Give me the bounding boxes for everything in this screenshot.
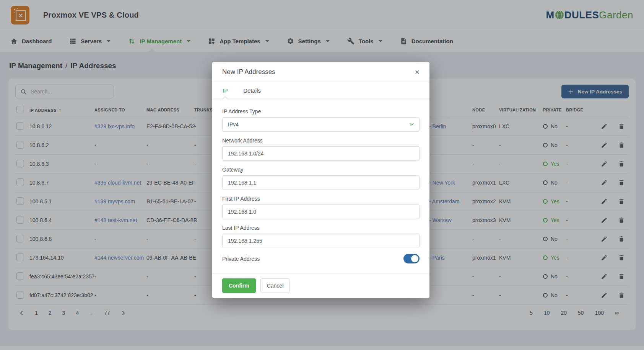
gateway-input[interactable] (222, 175, 420, 190)
ip-address-type-label: IP Address Type (222, 108, 420, 114)
modal-title: New IP Addresses (222, 68, 275, 76)
modal-tabs: IP Details (212, 82, 429, 99)
modal-footer: Confirm Cancel (212, 273, 429, 298)
network-address-input[interactable] (222, 146, 420, 161)
tab-details[interactable]: Details (243, 82, 261, 99)
network-address-label: Network Address (222, 137, 420, 144)
modal-body: IP Address Type IPv4 Network Address Gat… (212, 99, 429, 273)
last-ip-address-label: Last IP Address (222, 225, 420, 231)
chevron-down-icon (409, 121, 415, 127)
gateway-label: Gateway (222, 167, 420, 173)
new-ip-addresses-modal: New IP Addresses × IP Details IP Address… (212, 62, 429, 298)
first-ip-address-input[interactable] (222, 204, 420, 219)
modal-header: New IP Addresses × (212, 62, 429, 82)
close-icon[interactable]: × (415, 68, 420, 76)
first-ip-address-label: First IP Address (222, 196, 420, 202)
ip-address-type-select[interactable]: IPv4 (222, 117, 420, 132)
confirm-button[interactable]: Confirm (222, 278, 256, 293)
private-address-label: Private Address (222, 256, 260, 262)
cancel-button[interactable]: Cancel (260, 278, 290, 293)
tab-ip[interactable]: IP (223, 82, 228, 99)
last-ip-address-input[interactable] (222, 234, 420, 248)
toggle-knob (411, 255, 418, 262)
private-address-toggle[interactable] (403, 254, 420, 263)
